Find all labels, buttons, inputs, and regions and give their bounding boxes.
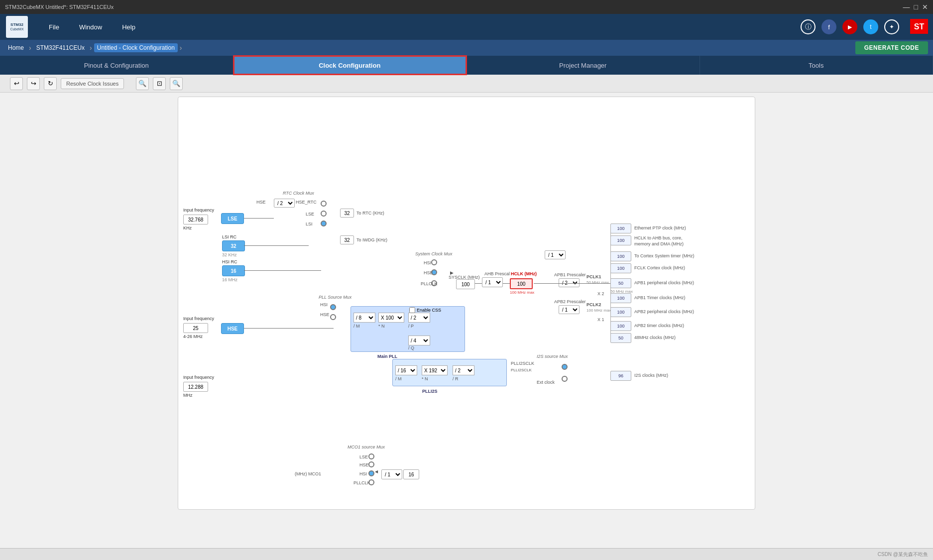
pll-p-select[interactable]: / 2	[408, 313, 430, 323]
st-logo: ST	[910, 19, 928, 35]
output-ethernet-input[interactable]	[610, 224, 631, 233]
toolbar-btn-refresh[interactable]: ↻	[44, 77, 57, 90]
mco1-div-select[interactable]: / 1	[381, 469, 402, 479]
pll-hse-radio[interactable]	[330, 314, 336, 320]
hclk-input[interactable]	[510, 278, 533, 289]
input-freq2-label: Input frequency	[183, 316, 214, 321]
mco1-value-input[interactable]	[403, 469, 419, 479]
input-freq3-unit: MHz	[183, 393, 193, 398]
breadcrumb-current[interactable]: Untitled - Clock Configuration	[94, 43, 178, 52]
mco1-hse-radio[interactable]	[368, 461, 374, 467]
sysclk-hsi-label: HSI	[424, 260, 431, 265]
pll-hsi-label: HSI	[320, 302, 328, 307]
resolve-clock-btn[interactable]: Resolve Clock Issues	[61, 78, 124, 89]
input-freq1-input[interactable]	[183, 215, 208, 224]
i2s-ext-radio[interactable]	[562, 376, 568, 382]
twitter-icon[interactable]: t	[863, 19, 878, 34]
menu-file[interactable]: File	[39, 14, 69, 40]
output-fclk-input[interactable]	[610, 263, 631, 273]
fit-btn[interactable]: ⊡	[153, 77, 166, 90]
plli2s-n-select[interactable]: X 192	[422, 365, 448, 375]
line-lsi-rtc	[244, 245, 309, 246]
ext-clock-label: Ext clock	[537, 380, 555, 385]
hse-rtc-div-select[interactable]: / 2	[274, 199, 295, 208]
plli2s-r-select[interactable]: / 2	[453, 365, 474, 375]
tab-bar: Pinout & Configuration Clock Configurati…	[0, 56, 933, 75]
pll-m-select[interactable]: / 8	[353, 313, 375, 323]
mco1-hsi-radio[interactable]	[368, 470, 374, 476]
tab-tools[interactable]: Tools	[700, 56, 933, 75]
apb1-presc-select[interactable]: / 2	[559, 278, 580, 287]
rtc-lse-radio[interactable]	[321, 211, 327, 217]
output-apb2-timer-input[interactable]	[610, 321, 631, 331]
hclk-label: HCLK (MHz)	[511, 271, 537, 276]
ahb-presc-select[interactable]: / 1	[482, 277, 503, 287]
youtube-icon[interactable]: ▶	[842, 19, 857, 34]
sysclk-hsi-radio[interactable]	[431, 259, 437, 265]
plli2s-m-select[interactable]: / 16	[395, 365, 417, 375]
tab-project[interactable]: Project Manager	[466, 56, 700, 75]
output-cortex-input[interactable]	[610, 251, 631, 261]
iwdg-div-input[interactable]	[340, 235, 354, 244]
tab-clock[interactable]: Clock Configuration	[233, 56, 467, 75]
maximize-btn[interactable]: □	[914, 3, 918, 11]
output-ahb-input[interactable]	[610, 235, 631, 245]
network-icon[interactable]: ✦	[884, 19, 899, 34]
output-48mhz-input[interactable]	[610, 333, 631, 343]
pll-source-mux-label: PLL Source Mux	[319, 295, 351, 300]
i2s-plli2s-radio[interactable]	[562, 364, 568, 370]
pll-n-select[interactable]: X 100	[378, 313, 404, 323]
input-freq3-input[interactable]	[183, 382, 208, 392]
enable-css-checkbox[interactable]: Enable CSS	[409, 307, 441, 313]
output-apb2-per-input[interactable]	[610, 307, 631, 317]
window-title: STM32CubeMX Untitled*: STM32F411CEUx	[5, 4, 114, 10]
sysclk-input[interactable]	[456, 279, 475, 289]
input-freq1-label: Input frequency	[183, 208, 214, 213]
pclk2-label: PCLK2	[586, 302, 601, 307]
breadcrumb-home[interactable]: Home	[5, 43, 27, 52]
output-apb2-per-label: APB2 peripheral clocks (MHz)	[634, 309, 694, 314]
output-apb1-timer-input[interactable]	[610, 293, 631, 303]
close-btn[interactable]: ✕	[922, 3, 928, 11]
menu-right-icons: ⓘ f ▶ t ✦ ST	[801, 19, 928, 35]
line-hclk-out	[534, 283, 610, 284]
rtc-hse-radio[interactable]	[321, 201, 327, 207]
plli2sclk-label: PLLI2SCLK	[511, 361, 534, 366]
pll-q-select[interactable]: / 4	[408, 336, 430, 345]
zoom-in-btn[interactable]: 🔍	[136, 77, 149, 90]
line-hsi-pll	[244, 270, 321, 271]
input-freq2-input[interactable]	[183, 323, 208, 333]
rtc-div-input[interactable]	[340, 209, 354, 218]
sysclk-hse-label: HSE	[424, 270, 433, 275]
lsi-rc-unit: 32 KHz	[222, 252, 237, 257]
apb2-presc-select[interactable]: / 1	[559, 305, 580, 314]
main-pll-box: / 8 / M X 100 * N / 2 / P / 4 / Q	[350, 306, 465, 352]
cortex-div-select[interactable]: / 1	[545, 250, 566, 259]
toolbar-btn-redo[interactable]: ↪	[27, 77, 40, 90]
toolbar-btn-undo[interactable]: ↩	[10, 77, 23, 90]
i2s-source-mux-label: I2S source Mux	[537, 354, 568, 359]
to-iwdg-label: To IWDG (KHz)	[356, 237, 387, 242]
plli2s-label: PLLI2S	[422, 389, 438, 394]
facebook-icon[interactable]: f	[821, 19, 836, 34]
pclk1-label: PCLK1	[586, 274, 601, 279]
tab-pinout[interactable]: Pinout & Configuration	[0, 56, 233, 75]
window-controls[interactable]: — □ ✕	[903, 3, 928, 11]
apb2-timer-mul: X 1	[597, 317, 604, 322]
minimize-btn[interactable]: —	[903, 3, 910, 11]
rtc-mux-label: RTC Clock Mux	[283, 191, 314, 196]
menu-window[interactable]: Window	[69, 14, 112, 40]
output-i2s-input[interactable]	[610, 371, 631, 381]
info-icon[interactable]: ⓘ	[801, 19, 816, 34]
rtc-lsi-radio[interactable]	[321, 221, 327, 226]
line-output-vert	[610, 225, 611, 335]
pll-hsi-radio[interactable]	[330, 304, 336, 310]
output-apb1-per-input[interactable]	[610, 278, 631, 288]
menu-bar: STM32 CubeMX File Window Help ⓘ f ▶ t ✦ …	[0, 14, 933, 40]
breadcrumb-chip[interactable]: STM32F411CEUx	[33, 43, 88, 52]
zoom-out-btn[interactable]: 🔍	[170, 77, 183, 90]
generate-code-button[interactable]: GENERATE CODE	[855, 41, 928, 54]
output-ethernet-label: Ethernet PTP clock (MHz)	[634, 225, 686, 230]
menu-help[interactable]: Help	[112, 14, 145, 40]
mco1-lse-radio[interactable]	[368, 453, 374, 459]
